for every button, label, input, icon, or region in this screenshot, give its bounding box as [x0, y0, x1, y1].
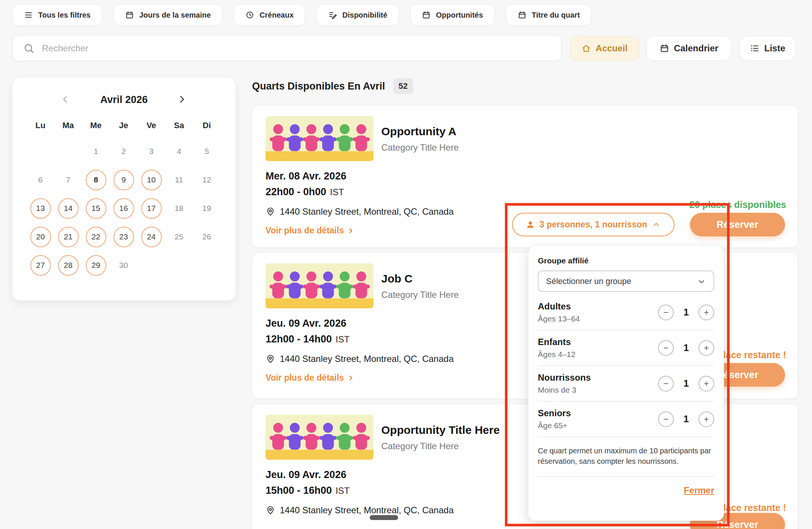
view-calendar-button[interactable]: Calendrier [646, 36, 731, 61]
timeslots-filter-button[interactable]: Créneaux [234, 4, 305, 26]
calendar-day[interactable]: 2 [113, 141, 134, 162]
page-title: Quarts Disponibles En Avril [252, 81, 385, 92]
calendar-day[interactable]: 24 [141, 227, 162, 247]
calendar-day[interactable]: 19 [197, 198, 217, 219]
calendar-day[interactable]: 25 [169, 227, 190, 247]
search-row: Accueil Calendrier Liste [12, 35, 796, 61]
clock-icon [245, 10, 254, 19]
calendar-day[interactable]: 8 [86, 170, 106, 190]
calendar-day[interactable]: 20 [30, 227, 51, 247]
view-home-button[interactable]: Accueil [570, 36, 639, 61]
calendar-day[interactable]: 27 [30, 255, 51, 276]
calendar-day[interactable]: 12 [197, 170, 217, 190]
increment-button[interactable] [699, 340, 714, 356]
calendar-day[interactable]: 9 [113, 170, 134, 190]
calendar-day[interactable]: 17 [141, 198, 162, 219]
calendar-day[interactable]: 21 [58, 227, 79, 247]
decrement-button[interactable] [658, 376, 674, 392]
group-select[interactable]: Sélectionner un groupe [538, 270, 714, 292]
increment-button[interactable] [699, 411, 714, 427]
max-participants-note: Ce quart permet un maximum de 10 partici… [538, 445, 714, 466]
calendar-day[interactable]: 10 [141, 170, 162, 190]
calendar-day[interactable]: 16 [113, 198, 134, 219]
calendar-day[interactable]: 1 [86, 141, 106, 162]
close-link[interactable]: Fermer [684, 485, 714, 495]
time-range: 15h00 - 16h00 [266, 485, 332, 496]
time-range: 22h00 - 0h00 [266, 186, 326, 197]
counter-label: Adultes [538, 301, 580, 312]
counter-value: 1 [680, 413, 693, 425]
home-icon [581, 43, 591, 53]
calendar-day[interactable]: 3 [141, 141, 162, 162]
counter-sublabel: Âge 65+ [538, 421, 571, 430]
opportunity-image [266, 116, 373, 161]
minus-icon [662, 344, 670, 352]
address-text: 1440 Stanley Street, Montreal, QC, Canad… [280, 206, 454, 217]
decrement-button[interactable] [658, 411, 674, 427]
person-icon [526, 220, 535, 229]
filter-label: Titre du quart [532, 11, 580, 19]
shift-card: Opportunity A Category Title Here Mer. 0… [252, 105, 798, 248]
filter-bar: Tous les filtres Jours de la semaine Cré… [12, 4, 591, 26]
details-link[interactable]: Voir plus de détails [266, 373, 354, 383]
weekday-row: LuMaMeJeVeSaDi [27, 121, 236, 130]
group-label: Groupe affilié [538, 256, 714, 265]
shift-time: 15h00 - 16h00IST [266, 485, 349, 496]
search-input[interactable] [41, 43, 551, 54]
calendar-day[interactable]: 15 [86, 198, 106, 219]
chevron-right-icon [347, 227, 354, 235]
increment-button[interactable] [699, 305, 714, 320]
decrement-button[interactable] [658, 340, 674, 356]
calendar-day[interactable]: 28 [58, 255, 79, 276]
calendar-day[interactable]: 4 [169, 141, 190, 162]
scroll-indicator[interactable] [370, 515, 398, 520]
weekdays-filter-button[interactable]: Jours de la semaine [113, 4, 222, 26]
calendar-day[interactable]: 23 [113, 227, 134, 247]
weekday-label: Sa [174, 121, 184, 130]
calendar-day[interactable]: 7 [58, 170, 79, 190]
plus-icon [703, 380, 710, 387]
search-icon [23, 43, 34, 54]
address-text: 1440 Stanley Street, Montreal, QC, Canad… [280, 354, 454, 364]
weekday-label: Di [203, 121, 211, 130]
chevron-left-icon [60, 94, 71, 105]
next-month-button[interactable] [175, 93, 188, 106]
view-list-button[interactable]: Liste [740, 36, 796, 61]
chevron-up-icon [652, 220, 661, 229]
details-link[interactable]: Voir plus de détails [266, 226, 354, 236]
opportunities-filter-button[interactable]: Opportunités [410, 4, 495, 26]
participants-dropdown-button[interactable]: 3 personnes, 1 nourrisson [512, 213, 675, 236]
calendar-day[interactable]: 22 [86, 227, 106, 247]
decrement-button[interactable] [658, 305, 674, 320]
previous-month-button[interactable] [59, 93, 72, 106]
search-bar[interactable] [12, 35, 561, 61]
minus-icon [662, 415, 670, 423]
shift-date: Mer. 08 Avr. 2026 [266, 170, 346, 182]
time-range: 12h00 - 14h00 [266, 333, 332, 345]
counter-label: Nourrissons [538, 372, 591, 383]
calendar-day[interactable]: 30 [113, 255, 134, 276]
counter-label: Enfants [538, 337, 575, 347]
shift-date: Jeu. 09 Avr. 2026 [266, 469, 346, 481]
availability-filter-button[interactable]: Disponibilité [316, 4, 399, 26]
all-filters-button[interactable]: Tous les filtres [12, 4, 102, 26]
results-header: Quarts Disponibles En Avril 52 [252, 78, 798, 95]
shift-title-filter-button[interactable]: Titre du quart [506, 4, 592, 26]
calendar-day[interactable]: 26 [197, 227, 217, 247]
people-illustration [266, 263, 373, 308]
reserve-button[interactable]: Réserver [690, 213, 785, 236]
calendar-day[interactable]: 14 [58, 198, 79, 219]
calendar-day-empty [30, 141, 51, 162]
calendar-day[interactable]: 13 [30, 198, 51, 219]
counter-sublabel: Âges 4–12 [538, 350, 575, 359]
calendar-day[interactable]: 29 [86, 255, 106, 276]
calendar-day[interactable]: 18 [169, 198, 190, 219]
increment-button[interactable] [699, 376, 714, 392]
calendar-day[interactable]: 6 [30, 170, 51, 190]
calendar-day[interactable]: 11 [169, 170, 190, 190]
calendar-day[interactable]: 5 [197, 141, 217, 162]
opportunity-title: Opportunity Title Here [381, 424, 500, 436]
calendar-day-empty [169, 255, 190, 276]
availability-text: 20 places disponibles [690, 199, 786, 210]
calendar-icon [125, 10, 134, 19]
